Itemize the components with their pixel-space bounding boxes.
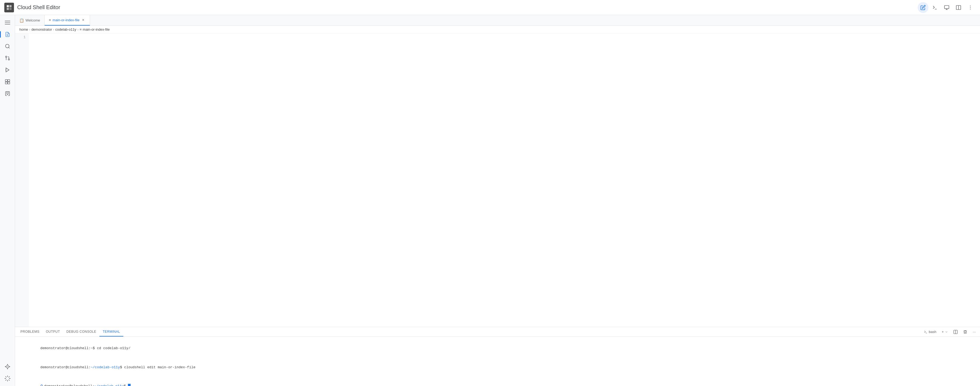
file-tab-label: main-or-index-file — [52, 18, 80, 22]
terminal-actions: bash + — [922, 329, 978, 335]
svg-point-18 — [5, 45, 9, 48]
split-terminal-button[interactable] — [951, 329, 960, 335]
tab-close-button[interactable]: ✕ — [81, 18, 86, 22]
svg-point-12 — [970, 9, 971, 10]
terminal-suffix-3: $ — [124, 384, 128, 386]
terminal-panel: PROBLEMS OUTPUT DEBUG CONSOLE TERMINAL — [15, 327, 980, 386]
svg-line-19 — [8, 47, 10, 48]
tab-problems[interactable]: PROBLEMS — [17, 327, 43, 337]
svg-point-11 — [970, 7, 971, 8]
sidebar — [0, 15, 15, 386]
terminal-shell-selector[interactable]: bash — [922, 329, 939, 335]
welcome-tab-icon: 📋 — [19, 18, 24, 22]
more-terminal-button[interactable]: ··· — [970, 329, 978, 335]
sidebar-item-source-control[interactable] — [2, 53, 13, 64]
terminal-line-2: demonstrator@cloudshell:~/codelab-o11y$ … — [19, 358, 976, 376]
terminal-cmd-2: cloudshell edit main-or-index-file — [124, 365, 196, 369]
svg-rect-25 — [5, 80, 7, 82]
more-dots: ··· — [973, 330, 976, 334]
sidebar-item-search[interactable] — [2, 41, 13, 52]
split-panel-icon — [953, 330, 958, 334]
sidebar-item-run-debug[interactable] — [2, 65, 13, 75]
breadcrumb-sep-2: › — [53, 27, 54, 32]
line-number-1: 1 — [15, 34, 28, 40]
terminal-suffix-2: $ — [120, 365, 124, 369]
svg-point-10 — [970, 5, 971, 6]
terminal-prompt-1: demonstrator@cloudshell:~$ — [40, 346, 97, 350]
svg-rect-14 — [5, 22, 10, 23]
breadcrumb: home › demonstrator › codelab-o11y › ≡ m… — [15, 26, 980, 33]
main-layout: 📋 Welcome ≡ main-or-index-file ✕ home › … — [0, 15, 980, 386]
split-button[interactable] — [953, 2, 964, 13]
breadcrumb-home[interactable]: home — [19, 27, 28, 32]
tab-output[interactable]: OUTPUT — [43, 327, 63, 337]
breadcrumb-file-icon: ≡ — [80, 27, 82, 32]
add-terminal-button[interactable]: + — [940, 329, 950, 335]
preview-button[interactable] — [941, 2, 952, 13]
trash-icon — [963, 330, 967, 334]
terminal-tabs-bar: PROBLEMS OUTPUT DEBUG CONSOLE TERMINAL — [15, 327, 980, 337]
svg-rect-0 — [7, 5, 9, 7]
terminal-cmd-1: cd codelab-o11y/ — [97, 346, 130, 350]
sidebar-item-gemini[interactable] — [2, 361, 13, 372]
breadcrumb-file[interactable]: main-or-index-file — [83, 27, 110, 32]
terminal-cursor — [128, 384, 130, 386]
svg-rect-2 — [7, 8, 9, 10]
svg-point-20 — [8, 59, 10, 60]
svg-rect-28 — [8, 82, 10, 84]
svg-point-24 — [5, 69, 6, 70]
file-tab-icon: ≡ — [49, 18, 51, 22]
header-logo: Cloud Shell Editor — [4, 3, 918, 13]
breadcrumb-codelab[interactable]: codelab-o11y — [56, 27, 76, 32]
terminal-line-3: demonstrator@cloudshell:~/codelab-o11y$ — [19, 376, 976, 386]
editor-content[interactable] — [29, 33, 980, 35]
terminal-spinner — [40, 384, 43, 386]
tabs-bar: 📋 Welcome ≡ main-or-index-file ✕ — [15, 15, 980, 26]
more-button[interactable] — [965, 2, 976, 13]
content-area: 📋 Welcome ≡ main-or-index-file ✕ home › … — [15, 15, 980, 386]
editor-gutter: 1 — [15, 33, 29, 327]
terminal-path-2: ~/codelab-o11y — [91, 365, 120, 369]
header-actions — [918, 2, 976, 13]
breadcrumb-sep-1: › — [29, 27, 30, 32]
sidebar-item-menu[interactable] — [2, 17, 13, 28]
app-title: Cloud Shell Editor — [17, 4, 60, 11]
sidebar-item-explorer[interactable] — [2, 29, 13, 40]
svg-rect-3 — [10, 8, 11, 10]
terminal-button[interactable] — [929, 2, 940, 13]
svg-rect-27 — [5, 82, 7, 84]
svg-rect-13 — [5, 21, 10, 21]
edit-button[interactable] — [918, 2, 928, 13]
sidebar-item-extensions[interactable] — [2, 77, 13, 87]
tab-welcome[interactable]: 📋 Welcome — [15, 15, 45, 26]
breadcrumb-sep-3: › — [77, 27, 78, 32]
kill-terminal-button[interactable] — [961, 329, 969, 335]
svg-point-21 — [5, 56, 7, 57]
sidebar-bottom — [2, 361, 13, 384]
svg-rect-15 — [5, 24, 10, 24]
terminal-line-1: demonstrator@cloudshell:~$ cd codelab-o1… — [19, 339, 976, 358]
terminal-content[interactable]: demonstrator@cloudshell:~$ cd codelab-o1… — [15, 337, 980, 386]
svg-marker-23 — [6, 68, 9, 72]
svg-rect-5 — [945, 5, 949, 9]
sidebar-item-sparkle[interactable] — [2, 373, 13, 384]
welcome-tab-label: Welcome — [25, 18, 40, 22]
sidebar-item-testing[interactable] — [2, 88, 13, 99]
app-logo-icon — [4, 3, 14, 13]
svg-rect-1 — [10, 5, 11, 7]
header: Cloud Shell Editor — [0, 0, 980, 15]
terminal-icon — [924, 330, 928, 334]
terminal-prompt-2: demonstrator@cloudshell: — [40, 365, 91, 369]
breadcrumb-demonstrator[interactable]: demonstrator — [32, 27, 52, 32]
terminal-path-3: ~/codelab-o11y — [94, 384, 124, 386]
terminal-prompt-3: demonstrator@cloudshell: — [44, 384, 94, 386]
editor-area[interactable]: 1 — [15, 33, 980, 327]
tab-debug-console[interactable]: DEBUG CONSOLE — [63, 327, 99, 337]
tab-terminal[interactable]: TERMINAL — [99, 327, 123, 337]
chevron-down-icon — [945, 330, 948, 333]
tab-main-file[interactable]: ≡ main-or-index-file ✕ — [45, 15, 90, 26]
shell-label: bash — [929, 330, 936, 334]
svg-rect-26 — [8, 80, 10, 82]
